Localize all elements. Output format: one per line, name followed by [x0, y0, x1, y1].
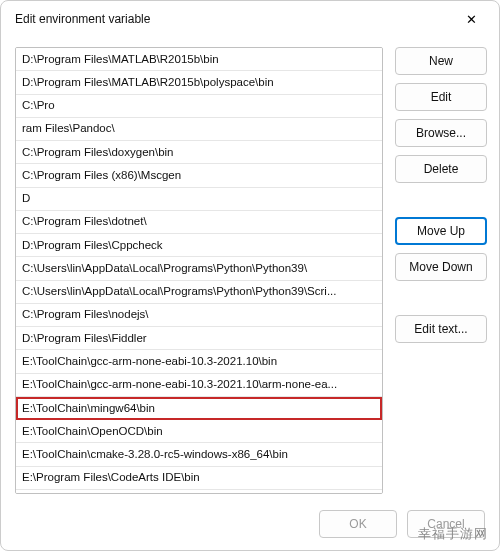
- path-list-item[interactable]: D:\Program Files\Cppcheck: [16, 234, 382, 257]
- path-list-item[interactable]: C:\Program Files\nodejs\: [16, 304, 382, 327]
- move-down-button[interactable]: Move Down: [395, 253, 487, 281]
- button-gap: [395, 289, 487, 307]
- path-list-item[interactable]: D: [16, 188, 382, 211]
- path-list-item[interactable]: C:\Program Files (x86)\Mscgen: [16, 164, 382, 187]
- ok-button[interactable]: OK: [319, 510, 397, 538]
- dialog-body: D:\Program Files\MATLAB\R2015b\binD:\Pro…: [1, 35, 499, 502]
- edit-text-button[interactable]: Edit text...: [395, 315, 487, 343]
- move-up-button[interactable]: Move Up: [395, 217, 487, 245]
- path-list-item[interactable]: C:\Program Files\Nordic Semiconductor\nr…: [16, 490, 382, 494]
- window-title: Edit environment variable: [15, 12, 150, 26]
- path-list-item[interactable]: D:\Program Files\MATLAB\R2015b\polyspace…: [16, 71, 382, 94]
- cancel-button[interactable]: Cancel: [407, 510, 485, 538]
- path-list-item[interactable]: D:\Program Files\MATLAB\R2015b\bin: [16, 48, 382, 71]
- path-list-item[interactable]: C:\Program Files\dotnet\: [16, 211, 382, 234]
- new-button[interactable]: New: [395, 47, 487, 75]
- close-icon: ✕: [466, 12, 477, 27]
- path-list-item[interactable]: C:\Pro: [16, 95, 382, 118]
- path-list-item[interactable]: E:\Program Files\CodeArts IDE\bin: [16, 467, 382, 490]
- button-gap: [395, 191, 487, 209]
- browse-button[interactable]: Browse...: [395, 119, 487, 147]
- path-list-item[interactable]: D:\Program Files\Fiddler: [16, 327, 382, 350]
- path-list-item[interactable]: C:\Program Files\doxygen\bin: [16, 141, 382, 164]
- edit-button[interactable]: Edit: [395, 83, 487, 111]
- delete-button[interactable]: Delete: [395, 155, 487, 183]
- path-list-item[interactable]: E:\ToolChain\OpenOCD\bin: [16, 420, 382, 443]
- path-list-item[interactable]: ram Files\Pandoc\: [16, 118, 382, 141]
- path-list-item[interactable]: E:\ToolChain\cmake-3.28.0-rc5-windows-x8…: [16, 443, 382, 466]
- path-list-item[interactable]: C:\Users\lin\AppData\Local\Programs\Pyth…: [16, 281, 382, 304]
- close-button[interactable]: ✕: [457, 7, 485, 31]
- titlebar: Edit environment variable ✕: [1, 1, 499, 35]
- path-list-item[interactable]: C:\Users\lin\AppData\Local\Programs\Pyth…: [16, 257, 382, 280]
- path-list[interactable]: D:\Program Files\MATLAB\R2015b\binD:\Pro…: [15, 47, 383, 494]
- path-list-item[interactable]: E:\ToolChain\gcc-arm-none-eabi-10.3-2021…: [16, 374, 382, 397]
- dialog-footer: OK Cancel: [1, 502, 499, 550]
- side-button-column: New Edit Browse... Delete Move Up Move D…: [395, 47, 487, 494]
- path-list-item[interactable]: E:\ToolChain\mingw64\bin: [16, 397, 382, 420]
- path-list-item[interactable]: E:\ToolChain\gcc-arm-none-eabi-10.3-2021…: [16, 350, 382, 373]
- edit-env-var-dialog: Edit environment variable ✕ D:\Program F…: [0, 0, 500, 551]
